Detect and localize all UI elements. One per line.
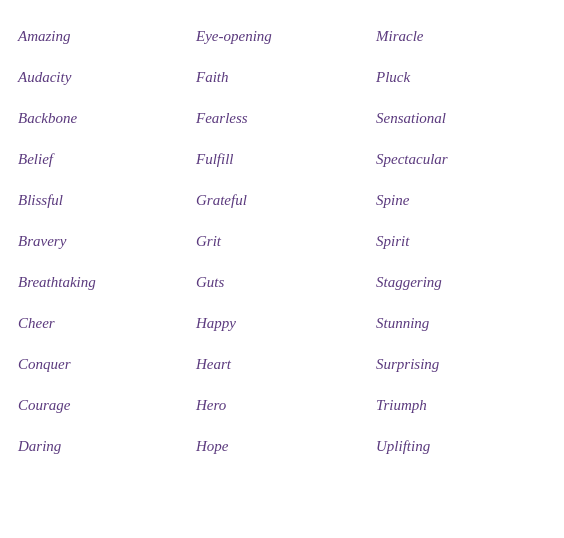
list-item: Guts bbox=[192, 262, 372, 303]
list-item: Spirit bbox=[372, 221, 552, 262]
list-item: Cheer bbox=[12, 303, 192, 344]
list-item: Uplifting bbox=[372, 426, 552, 467]
list-item: Bravery bbox=[12, 221, 192, 262]
list-item: Belief bbox=[12, 139, 192, 180]
list-item: Stunning bbox=[372, 303, 552, 344]
list-item: Spectacular bbox=[372, 139, 552, 180]
list-item: Spine bbox=[372, 180, 552, 221]
list-item: Sensational bbox=[372, 98, 552, 139]
list-item: Fearless bbox=[192, 98, 372, 139]
list-item: Hope bbox=[192, 426, 372, 467]
list-item: Conquer bbox=[12, 344, 192, 385]
list-item: Surprising bbox=[372, 344, 552, 385]
list-item: Audacity bbox=[12, 57, 192, 98]
list-item: Happy bbox=[192, 303, 372, 344]
list-item: Miracle bbox=[372, 16, 552, 57]
list-item: Grateful bbox=[192, 180, 372, 221]
list-item: Pluck bbox=[372, 57, 552, 98]
list-item: Blissful bbox=[12, 180, 192, 221]
list-item: Backbone bbox=[12, 98, 192, 139]
word-grid: AmazingEye-openingMiracleAudacityFaithPl… bbox=[12, 16, 552, 467]
list-item: Grit bbox=[192, 221, 372, 262]
list-item: Hero bbox=[192, 385, 372, 426]
list-item: Amazing bbox=[12, 16, 192, 57]
list-item: Courage bbox=[12, 385, 192, 426]
list-item: Fulfill bbox=[192, 139, 372, 180]
list-item: Eye-opening bbox=[192, 16, 372, 57]
list-item: Heart bbox=[192, 344, 372, 385]
list-item: Triumph bbox=[372, 385, 552, 426]
list-item: Faith bbox=[192, 57, 372, 98]
list-item: Staggering bbox=[372, 262, 552, 303]
list-item: Daring bbox=[12, 426, 192, 467]
list-item: Breathtaking bbox=[12, 262, 192, 303]
